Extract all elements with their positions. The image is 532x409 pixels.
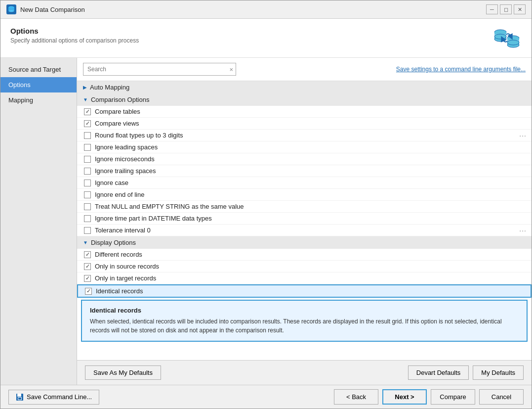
- auto-mapping-toggle[interactable]: ▶: [83, 85, 87, 90]
- ignore-trailing-label[interactable]: Ignore trailing spaces: [95, 167, 525, 175]
- only-target-label[interactable]: Only in target records: [95, 274, 525, 282]
- title-bar-left: New Data Comparison: [6, 4, 85, 14]
- section-auto-mapping: ▶ Auto Mapping: [77, 81, 532, 93]
- ignore-leading-checkbox[interactable]: [84, 144, 91, 151]
- save-settings-link[interactable]: Save settings to a command line argument…: [396, 66, 526, 73]
- description-box: Identical records When selected, identic…: [81, 300, 528, 342]
- footer: Save Command Line... < Back Next > Compa…: [0, 385, 532, 409]
- option-tolerance: Tolerance interval 0 ···: [77, 225, 532, 236]
- option-ignore-time: Ignore time part in DATETIME data types: [77, 213, 532, 225]
- svg-rect-16: [17, 394, 21, 397]
- auto-mapping-label: Auto Mapping: [90, 84, 129, 91]
- identical-records-checkbox[interactable]: [85, 288, 92, 295]
- close-button[interactable]: ✕: [514, 4, 526, 14]
- header-text: Options Specify additional options of co…: [10, 27, 139, 44]
- bottom-buttons: Save As My Defaults Devart Defaults My D…: [77, 360, 532, 385]
- save-defaults-button[interactable]: Save As My Defaults: [85, 365, 161, 380]
- option-different-records: Different records: [77, 249, 532, 261]
- next-button[interactable]: Next >: [382, 389, 427, 405]
- comparison-options-toggle[interactable]: ▼: [83, 97, 88, 102]
- option-null-empty: Treat NULL and EMPTY STRING as the same …: [77, 201, 532, 213]
- tolerance-checkbox[interactable]: [84, 227, 91, 234]
- option-identical-records: Identical records: [77, 284, 532, 298]
- sidebar-item-options[interactable]: Options: [0, 77, 77, 92]
- description-title: Identical records: [90, 307, 519, 314]
- defaults-button-group: Devart Defaults My Defaults: [408, 365, 524, 380]
- description-text: When selected, identical records will be…: [90, 317, 519, 335]
- option-ignore-microseconds: Ignore microseconds: [77, 153, 532, 165]
- option-compare-tables: Compare tables: [77, 106, 532, 118]
- main-content: Source and Target Options Mapping × Save…: [0, 58, 532, 385]
- compare-tables-checkbox[interactable]: [84, 108, 91, 115]
- ignore-time-checkbox[interactable]: [84, 215, 91, 222]
- my-defaults-button[interactable]: My Defaults: [473, 365, 524, 380]
- ignore-leading-label[interactable]: Ignore leading spaces: [95, 143, 525, 151]
- title-bar: New Data Comparison ─ ◻ ✕: [0, 0, 532, 19]
- search-input-wrap: ×: [83, 63, 236, 76]
- compare-views-checkbox[interactable]: [84, 120, 91, 127]
- round-float-label[interactable]: Round float types up to 3 digits: [95, 132, 525, 139]
- options-list: ▶ Auto Mapping ▼ Comparison Options Comp…: [77, 81, 532, 360]
- only-source-checkbox[interactable]: [84, 263, 91, 270]
- sidebar-item-mapping[interactable]: Mapping: [0, 92, 77, 108]
- sidebar: Source and Target Options Mapping: [0, 58, 77, 385]
- main-window: New Data Comparison ─ ◻ ✕ Options Specif…: [0, 0, 532, 409]
- compare-tables-label[interactable]: Compare tables: [95, 108, 525, 115]
- option-ignore-trailing: Ignore trailing spaces: [77, 165, 532, 177]
- cancel-button[interactable]: Cancel: [479, 389, 524, 405]
- ignore-microseconds-checkbox[interactable]: [84, 156, 91, 163]
- ignore-case-checkbox[interactable]: [84, 180, 91, 186]
- svg-rect-18: [18, 398, 21, 400]
- different-records-checkbox[interactable]: [84, 251, 91, 258]
- option-ignore-eol: Ignore end of line: [77, 189, 532, 201]
- title-bar-controls: ─ ◻ ✕: [486, 4, 526, 14]
- option-ignore-case: Ignore case: [77, 177, 532, 189]
- save-command-line-button[interactable]: Save Command Line...: [8, 390, 99, 405]
- compare-views-label[interactable]: Compare views: [95, 120, 525, 127]
- back-button[interactable]: < Back: [334, 389, 378, 405]
- save-icon: [16, 393, 24, 401]
- ignore-eol-label[interactable]: Ignore end of line: [95, 191, 525, 198]
- null-empty-label[interactable]: Treat NULL and EMPTY STRING as the same …: [95, 203, 525, 210]
- sidebar-item-source-target[interactable]: Source and Target: [0, 62, 77, 77]
- option-compare-views: Compare views: [77, 118, 532, 130]
- ignore-microseconds-label[interactable]: Ignore microseconds: [95, 155, 525, 163]
- round-float-checkbox[interactable]: [84, 132, 91, 139]
- header-section: Options Specify additional options of co…: [0, 19, 532, 58]
- section-description: Specify additional options of comparison…: [10, 37, 139, 44]
- restore-button[interactable]: ◻: [500, 4, 512, 14]
- window-title: New Data Comparison: [20, 6, 85, 13]
- minimize-button[interactable]: ─: [486, 4, 498, 14]
- option-only-target: Only in target records: [77, 273, 532, 284]
- option-only-source: Only in source records: [77, 261, 532, 273]
- comparison-options-label: Comparison Options: [91, 96, 150, 103]
- content-area: × Save settings to a command line argume…: [77, 58, 532, 385]
- round-float-dots[interactable]: ···: [519, 132, 527, 139]
- only-target-checkbox[interactable]: [84, 275, 91, 282]
- ignore-eol-checkbox[interactable]: [84, 191, 91, 198]
- only-source-label[interactable]: Only in source records: [95, 263, 525, 270]
- null-empty-checkbox[interactable]: [84, 203, 91, 210]
- svg-point-14: [507, 40, 519, 45]
- identical-records-label[interactable]: Identical records: [96, 287, 524, 295]
- footer-left: Save Command Line...: [8, 390, 99, 405]
- search-input[interactable]: [83, 63, 236, 76]
- tolerance-dots[interactable]: ···: [519, 227, 527, 234]
- ignore-case-label[interactable]: Ignore case: [95, 179, 525, 186]
- option-ignore-leading: Ignore leading spaces: [77, 141, 532, 153]
- footer-right: < Back Next > Compare Cancel: [334, 389, 524, 405]
- option-round-float: Round float types up to 3 digits ···: [77, 130, 532, 141]
- tolerance-label[interactable]: Tolerance interval 0: [95, 227, 525, 234]
- display-options-toggle[interactable]: ▼: [83, 240, 88, 245]
- compare-button[interactable]: Compare: [431, 389, 475, 405]
- ignore-trailing-checkbox[interactable]: [84, 168, 91, 175]
- different-records-label[interactable]: Different records: [95, 251, 525, 258]
- header-icon: [492, 27, 522, 51]
- devart-defaults-button[interactable]: Devart Defaults: [408, 365, 469, 380]
- svg-point-9: [494, 34, 506, 39]
- display-options-label: Display Options: [91, 239, 136, 246]
- search-clear-icon[interactable]: ×: [229, 66, 233, 73]
- ignore-time-label[interactable]: Ignore time part in DATETIME data types: [95, 215, 525, 222]
- svg-point-4: [8, 10, 14, 12]
- search-bar: × Save settings to a command line argume…: [77, 58, 532, 81]
